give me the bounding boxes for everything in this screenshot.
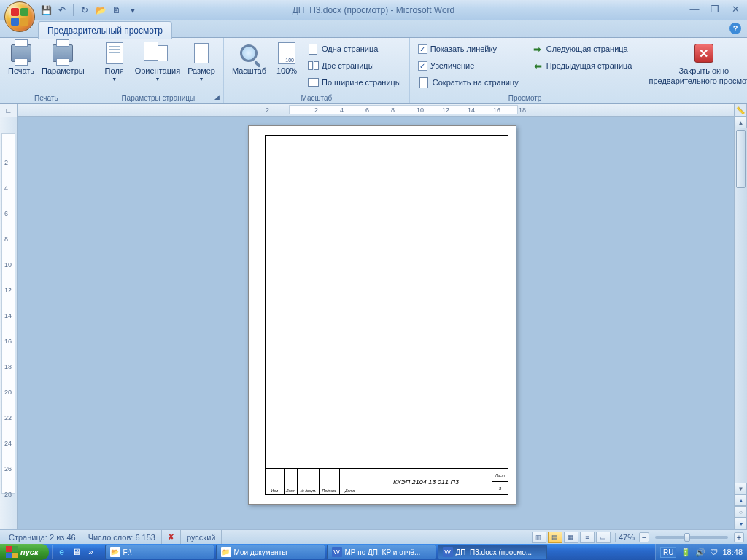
print-button[interactable]: Печать bbox=[4, 39, 38, 90]
magnifier-checkbox[interactable]: ✓ Увеличение bbox=[414, 58, 522, 74]
title-block: Изм Лист № докум. Подпись Дата ККЭП 2104… bbox=[266, 468, 508, 494]
qat-customize-icon[interactable]: ▾ bbox=[126, 4, 139, 17]
proofing-icon: ✘ bbox=[168, 532, 174, 542]
close-label-2: предварительного просмотра bbox=[649, 77, 747, 85]
print-options-button[interactable]: Параметры bbox=[38, 39, 88, 90]
dialog-launcher-icon[interactable]: ◢ bbox=[213, 93, 222, 101]
prev-page-button[interactable]: ➡ Предыдущая страница bbox=[528, 58, 636, 74]
ql-desktop-icon[interactable]: 🖥 bbox=[70, 545, 83, 559]
stamp-sheet-label: Лист bbox=[492, 469, 508, 481]
horizontal-ruler[interactable]: 224681012141618 bbox=[18, 104, 734, 116]
page-width-button[interactable]: По ширине страницы bbox=[303, 74, 405, 90]
close-button[interactable]: ✕ bbox=[728, 3, 743, 15]
minimize-button[interactable]: — bbox=[687, 3, 702, 15]
ruler-toggle-button[interactable]: 📏 bbox=[734, 104, 747, 117]
windows-logo-icon bbox=[6, 546, 18, 558]
shrink-one-page-button[interactable]: Сократить на страницу bbox=[414, 74, 522, 90]
restore-button[interactable]: ❐ bbox=[708, 3, 722, 15]
zoom-percent[interactable]: 47% bbox=[615, 533, 638, 542]
zoom-100-button[interactable]: 100 100% bbox=[270, 39, 303, 90]
vertical-ruler[interactable]: 246810121416182022242628 bbox=[0, 117, 18, 529]
vertical-scrollbar[interactable]: ▲ ▼ ▴ ○ ▾ bbox=[734, 117, 747, 529]
group-label-view: Просмотр bbox=[410, 94, 640, 102]
select-browse-object-icon[interactable]: ○ bbox=[735, 506, 747, 518]
zoom-in-button[interactable]: + bbox=[734, 532, 744, 542]
horizontal-ruler-strip: ∟ 224681012141618 📏 bbox=[0, 104, 747, 117]
two-pages-button[interactable]: Две страницы bbox=[303, 58, 405, 74]
view-fullscreen-button[interactable]: ▤ bbox=[548, 532, 562, 543]
prev-page-nav-icon[interactable]: ▴ bbox=[735, 494, 747, 506]
group-view: ✓ Показать линейку ✓ Увеличение Сократит… bbox=[410, 38, 641, 103]
zoom-out-button[interactable]: − bbox=[639, 532, 649, 542]
clock[interactable]: 18:48 bbox=[722, 548, 743, 556]
print-label: Печать bbox=[8, 66, 34, 75]
task-label: ДП_П3.docx (просмо... bbox=[456, 548, 533, 556]
page-frame: Изм Лист № докум. Подпись Дата ККЭП 2104… bbox=[265, 135, 508, 495]
show-ruler-checkbox[interactable]: ✓ Показать линейку bbox=[414, 41, 522, 57]
scroll-thumb[interactable] bbox=[736, 130, 746, 188]
language-indicator[interactable]: RU bbox=[660, 547, 676, 558]
qat-undo-icon[interactable]: ↶ bbox=[55, 4, 69, 17]
status-words[interactable]: Число слов: 6 153 bbox=[82, 530, 162, 544]
start-button[interactable]: пуск bbox=[0, 544, 49, 560]
stamp-page-no: 3 bbox=[492, 481, 508, 494]
ruler-tick: 12 bbox=[4, 287, 12, 294]
status-language[interactable]: русский bbox=[181, 530, 222, 544]
margins-label: Поля bbox=[105, 66, 124, 75]
view-print-layout-button[interactable]: ▥ bbox=[532, 532, 546, 543]
windows-taskbar: пуск e 🖥 » 📂F:\📁Мои документыWМР по ДП, … bbox=[0, 544, 747, 560]
checkbox-checked-icon: ✓ bbox=[418, 61, 427, 71]
status-page[interactable]: Страница: 2 из 46 bbox=[3, 530, 82, 544]
margins-button[interactable]: Поля ▼ bbox=[98, 39, 131, 90]
close-preview-button[interactable]: ✕ Закрыть окно предварительного просмотр… bbox=[645, 39, 747, 90]
scroll-up-button[interactable]: ▲ bbox=[735, 117, 747, 128]
zoom-slider[interactable] bbox=[655, 536, 728, 539]
qat-save-icon[interactable]: 💾 bbox=[39, 4, 53, 17]
tray-network-icon[interactable]: 🔋 bbox=[681, 548, 691, 557]
task-icon: 📂 bbox=[110, 547, 120, 557]
ruler-tick: 6 bbox=[4, 210, 8, 217]
zoom-button[interactable]: Масштаб bbox=[228, 39, 270, 90]
page-canvas[interactable]: Изм Лист № докум. Подпись Дата ККЭП 2104… bbox=[18, 117, 734, 529]
group-zoom: Масштаб 100 100% Одна страница Две стран… bbox=[224, 38, 410, 103]
zoom-label: Масштаб bbox=[232, 66, 266, 75]
view-draft-button[interactable]: ▭ bbox=[596, 532, 611, 543]
one-page-button[interactable]: Одна страница bbox=[303, 41, 405, 57]
close-label-1: Закрыть окно bbox=[679, 66, 729, 75]
tray-shield-icon[interactable]: 🛡 bbox=[710, 548, 718, 556]
view-outline-button[interactable]: ≡ bbox=[580, 532, 595, 543]
next-page-button[interactable]: ➡ Следующая страница bbox=[528, 41, 636, 57]
size-button[interactable]: Размер ▼ bbox=[184, 39, 219, 90]
status-proofing[interactable]: ✘ bbox=[162, 530, 181, 544]
view-web-button[interactable]: ▦ bbox=[564, 532, 578, 543]
ql-more-icon[interactable]: » bbox=[85, 545, 98, 559]
tab-print-preview[interactable]: Предварительный просмотр bbox=[38, 21, 172, 39]
orientation-label: Ориентация bbox=[135, 66, 180, 75]
help-button[interactable]: ? bbox=[729, 23, 741, 34]
tray-volume-icon[interactable]: 🔊 bbox=[695, 548, 705, 557]
taskbar-item[interactable]: WДП_П3.docx (просмо... bbox=[438, 545, 547, 559]
zoom-slider-thumb[interactable] bbox=[684, 533, 690, 542]
taskbar-item[interactable]: WМР по ДП, КР и отчё... bbox=[327, 545, 436, 559]
qat-new-icon[interactable]: 🗎 bbox=[110, 4, 123, 17]
next-page-label: Следующая страница bbox=[546, 44, 628, 53]
printer-icon bbox=[9, 42, 33, 65]
one-page-label: Одна страница bbox=[322, 44, 378, 53]
stamp-cell: Лист bbox=[285, 486, 298, 494]
orientation-button[interactable]: Ориентация ▼ bbox=[131, 39, 184, 90]
ql-ie-icon[interactable]: e bbox=[55, 545, 69, 559]
ruler-tick: 20 bbox=[4, 389, 12, 396]
tab-selector[interactable]: ∟ bbox=[0, 104, 18, 117]
scroll-down-button[interactable]: ▼ bbox=[735, 483, 747, 494]
stamp-page: Лист 3 bbox=[492, 469, 508, 494]
pct100-label: 100% bbox=[276, 66, 297, 75]
taskbar-item[interactable]: 📂F:\ bbox=[105, 545, 214, 559]
next-page-nav-icon[interactable]: ▾ bbox=[735, 518, 747, 529]
qat-redo-icon[interactable]: ↻ bbox=[78, 4, 91, 17]
group-label-page: Параметры страницы bbox=[93, 94, 223, 102]
group-page-setup: Поля ▼ Ориентация ▼ Размер ▼ Параметры с… bbox=[93, 38, 224, 103]
taskbar-item[interactable]: 📁Мои документы bbox=[216, 545, 325, 559]
qat-open-icon[interactable]: 📂 bbox=[94, 4, 107, 17]
system-tray: RU 🔋 🔊 🛡 18:48 bbox=[655, 544, 747, 560]
office-button[interactable] bbox=[4, 1, 35, 32]
